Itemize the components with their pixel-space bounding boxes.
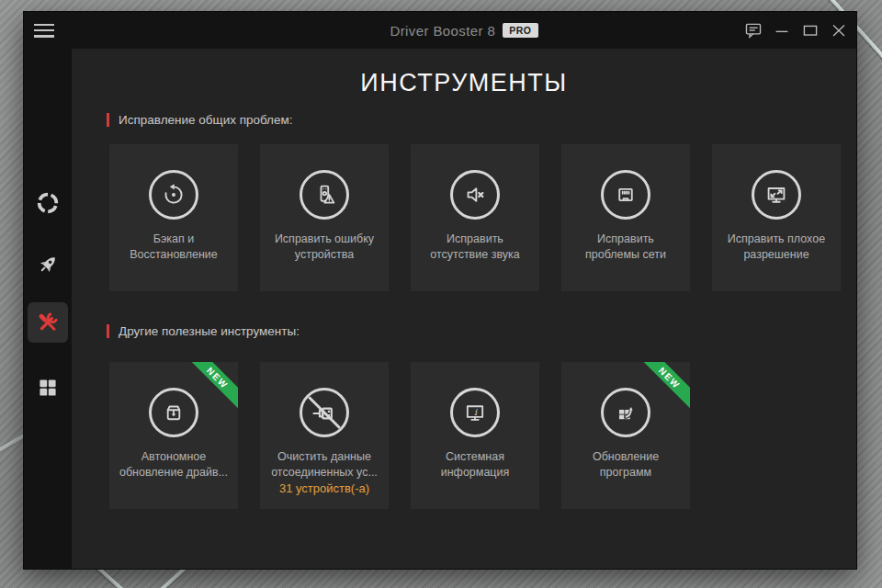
- card-label: Автономное обновление драйв...: [109, 449, 238, 480]
- content-area: ИНСТРУМЕНТЫ Исправление общих проблем: Б…: [72, 49, 856, 569]
- sidebar-item-scan[interactable]: [28, 183, 68, 223]
- card-fix-device-error[interactable]: Исправить ошибку устройства: [260, 144, 389, 291]
- sidebar-item-action-center[interactable]: [28, 368, 68, 408]
- screen-resolution-icon: [763, 182, 789, 208]
- window-controls: [739, 12, 853, 49]
- tool-icon-ring: [601, 170, 650, 220]
- card-offline-driver-update[interactable]: Автономное обновление драйв... NEW: [109, 362, 238, 509]
- page-title: ИНСТРУМЕНТЫ: [72, 69, 856, 96]
- card-backup-restore[interactable]: Бэкап и Восстановление: [109, 144, 238, 291]
- backup-restore-icon: [161, 182, 187, 208]
- hamburger-menu-icon: [34, 24, 54, 27]
- card-label: Исправить проблемы сети: [561, 232, 690, 262]
- section-label: Другие полезные инструменты:: [119, 324, 300, 338]
- app-window: Driver Booster 8 PRO: [23, 11, 857, 570]
- tools-icon: [35, 310, 61, 335]
- cards-row-common-fixes: Бэкап и Восстановление: [109, 144, 856, 291]
- card-system-info[interactable]: i Системная информация: [411, 362, 539, 509]
- tool-icon-ring: [450, 170, 500, 220]
- card-label: Исправить ошибку устройства: [260, 232, 389, 262]
- boost-rocket-icon: [35, 252, 61, 277]
- pro-badge: PRO: [503, 23, 537, 38]
- sidebar: [24, 49, 72, 569]
- app-title: Driver Booster 8: [390, 23, 495, 39]
- desktop-background: Driver Booster 8 PRO: [0, 0, 882, 588]
- action-center-grid-icon: [37, 377, 59, 399]
- cards-row-other-tools: Автономное обновление драйв... NEW: [109, 362, 856, 509]
- section-heading-common-fixes: Исправление общих проблем:: [107, 111, 856, 128]
- device-count-text: 31 устройств(-а): [260, 481, 389, 495]
- card-fix-resolution[interactable]: Исправить плохое разрешение: [712, 144, 841, 291]
- maximize-button[interactable]: [796, 17, 824, 43]
- card-label: Исправить отсутствие звука: [411, 232, 539, 262]
- tool-icon-ring: i: [450, 388, 500, 437]
- software-update-icon: [613, 400, 639, 425]
- section-label: Исправление общих проблем:: [119, 113, 293, 127]
- maximize-icon: [800, 20, 820, 40]
- card-clean-unplugged-devices[interactable]: Очистить данные отсоединенных ус... 31 у…: [260, 362, 389, 509]
- tool-icon-ring: [601, 388, 650, 437]
- svg-text:i: i: [474, 407, 478, 417]
- minimize-icon: [772, 20, 792, 40]
- sidebar-item-boost[interactable]: [28, 244, 68, 285]
- scan-icon: [35, 190, 61, 216]
- close-icon: [829, 20, 849, 40]
- tool-icon-ring: [300, 388, 349, 437]
- tool-icon-ring: [752, 170, 801, 220]
- card-label: Системная информация: [411, 449, 539, 480]
- no-sound-icon: [462, 182, 488, 208]
- tool-icon-ring: [300, 170, 349, 220]
- unplugged-devices-icon: [303, 391, 345, 434]
- section-heading-other-tools: Другие полезные инструменты:: [107, 322, 856, 339]
- card-fix-network[interactable]: Исправить проблемы сети: [561, 144, 690, 291]
- red-accent-bar: [107, 324, 109, 338]
- card-software-update[interactable]: Обновление программ NEW: [561, 362, 690, 509]
- close-button[interactable]: [824, 17, 853, 43]
- card-label: Исправить плохое разрешение: [712, 232, 841, 262]
- hamburger-menu-button[interactable]: [34, 20, 60, 42]
- sidebar-item-tools[interactable]: [28, 302, 68, 343]
- card-fix-no-sound[interactable]: Исправить отсутствие звука: [411, 144, 539, 291]
- card-label: Обновление программ: [561, 449, 690, 480]
- tool-icon-ring: [149, 388, 198, 437]
- network-port-icon: [613, 182, 639, 208]
- device-error-icon: [311, 182, 337, 208]
- card-label: Очистить данные отсоединенных ус...: [260, 449, 389, 480]
- card-label: Бэкап и Восстановление: [109, 232, 238, 262]
- offline-driver-update-icon: [161, 400, 187, 425]
- minimize-button[interactable]: [767, 17, 796, 43]
- tool-icon-ring: [149, 170, 198, 220]
- feedback-button[interactable]: [739, 17, 767, 43]
- feedback-icon: [743, 20, 763, 40]
- system-info-icon: i: [462, 400, 488, 425]
- title-bar: Driver Booster 8 PRO: [24, 12, 856, 49]
- red-accent-bar: [107, 113, 109, 127]
